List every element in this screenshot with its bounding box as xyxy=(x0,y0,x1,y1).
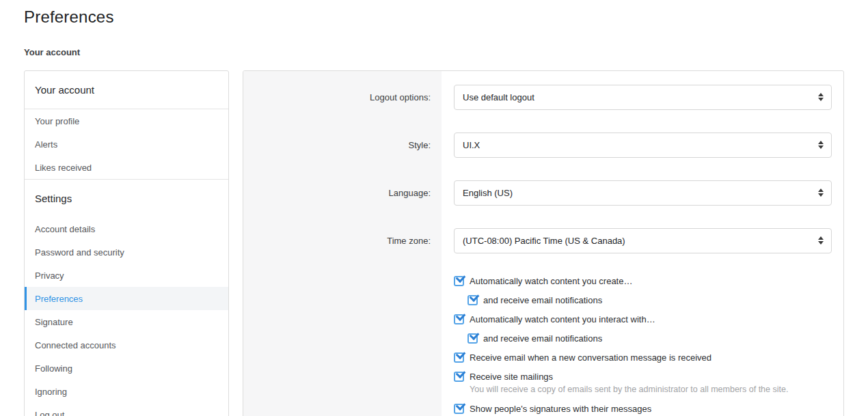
field-label: Time zone: xyxy=(243,236,442,246)
checkbox-row-automatically-watch-content-you-interact-with[interactable]: Automatically watch content you interact… xyxy=(454,312,832,326)
checkbox-label: Receive site mailings xyxy=(470,372,553,382)
sidebar-item-preferences[interactable]: Preferences xyxy=(25,287,228,310)
checkbox-item: and receive email notifications xyxy=(454,329,832,348)
checkbox-hint: You will receive a copy of emails sent b… xyxy=(470,385,832,395)
checkbox-row-receive-email-when-a-new-conversation-message-is-received[interactable]: Receive email when a new conversation me… xyxy=(454,350,832,364)
checked-checkbox-icon[interactable] xyxy=(467,295,478,305)
sidebar-item-your-profile[interactable]: Your profile xyxy=(25,109,228,133)
sidebar-item-following[interactable]: Following xyxy=(25,357,228,380)
sidebar-section: Your account Your profileAlertsLikes rec… xyxy=(25,71,228,179)
checkbox-item: Show people's signatures with their mess… xyxy=(454,399,832,416)
checkbox-row-and-receive-email-notifications[interactable]: and receive email notifications xyxy=(467,331,832,345)
checkbox-label: and receive email notifications xyxy=(483,295,602,305)
select-selected-value: UI.X xyxy=(463,140,480,150)
field-control: UI.X xyxy=(442,133,843,158)
checkbox-group: Automatically watch content you create… … xyxy=(442,271,843,416)
sidebar-item-list: Account detailsPassword and securityPriv… xyxy=(25,217,228,416)
checkbox-row-show-people-s-signatures-with-their-messages[interactable]: Show people's signatures with their mess… xyxy=(454,402,832,415)
field-label: Language: xyxy=(243,188,442,198)
field-control: English (US) xyxy=(442,180,843,206)
checkbox-label: Receive email when a new conversation me… xyxy=(470,352,711,363)
checked-checkbox-icon[interactable] xyxy=(454,404,464,414)
select-arrows-icon xyxy=(818,236,824,245)
checkbox-row-and-receive-email-notifications[interactable]: and receive email notifications xyxy=(467,293,832,307)
checkbox-item: and receive email notifications xyxy=(454,290,832,309)
select-selected-value: English (US) xyxy=(463,188,513,198)
preferences-form: Logout options: Use default logout Style… xyxy=(243,71,843,416)
page-title: Preferences xyxy=(24,0,844,27)
checkbox-label: Automatically watch content you create… xyxy=(470,276,632,286)
checked-checkbox-icon[interactable] xyxy=(454,372,464,382)
checked-checkbox-icon[interactable] xyxy=(467,333,478,344)
sidebar-item-alerts[interactable]: Alerts xyxy=(25,133,228,156)
form-row: Language: English (US) xyxy=(243,169,843,217)
checkbox-item: Automatically watch content you interact… xyxy=(454,309,832,329)
sidebar-item-password-and-security[interactable]: Password and security xyxy=(25,240,228,264)
form-row: Style: UI.X xyxy=(243,121,843,169)
checked-checkbox-icon[interactable] xyxy=(454,314,464,324)
select-language[interactable]: English (US) xyxy=(454,180,832,206)
checkbox-label: Show people's signatures with their mess… xyxy=(470,404,651,414)
sidebar-item-signature[interactable]: Signature xyxy=(25,310,228,333)
checkbox-item: Receive email when a new conversation me… xyxy=(454,348,832,367)
content-area: Your account Your profileAlertsLikes rec… xyxy=(24,70,844,416)
field-label: Logout options: xyxy=(243,92,442,102)
checkbox-label: and receive email notifications xyxy=(483,333,602,344)
checkbox-label: Automatically watch content you interact… xyxy=(470,314,655,324)
checkbox-item: Automatically watch content you create… xyxy=(454,271,832,290)
checkbox-group-row: Automatically watch content you create… … xyxy=(243,264,843,416)
select-arrows-icon xyxy=(818,93,824,101)
sidebar-item-privacy[interactable]: Privacy xyxy=(25,264,228,287)
select-time-zone[interactable]: (UTC-08:00) Pacific Time (US & Canada) xyxy=(454,228,832,253)
sidebar-item-connected-accounts[interactable]: Connected accounts xyxy=(25,333,228,357)
form-row: Time zone: (UTC-08:00) Pacific Time (US … xyxy=(243,217,843,264)
sidebar-section-header: Your account xyxy=(25,71,228,109)
preferences-page: Preferences Your account Your account Yo… xyxy=(0,0,868,416)
checked-checkbox-icon[interactable] xyxy=(454,352,464,363)
sidebar-item-ignoring[interactable]: Ignoring xyxy=(25,380,228,403)
select-arrows-icon xyxy=(818,141,824,149)
select-style[interactable]: UI.X xyxy=(454,133,832,158)
select-selected-value: (UTC-08:00) Pacific Time (US & Canada) xyxy=(463,236,625,246)
settings-sidebar: Your account Your profileAlertsLikes rec… xyxy=(24,70,229,416)
checkbox-row-automatically-watch-content-you-create[interactable]: Automatically watch content you create… xyxy=(454,274,832,288)
sidebar-item-account-details[interactable]: Account details xyxy=(25,217,228,240)
sidebar-section-header: Settings xyxy=(25,180,228,217)
field-control: (UTC-08:00) Pacific Time (US & Canada) xyxy=(442,228,843,253)
select-selected-value: Use default logout xyxy=(463,92,534,102)
sidebar-item-likes-received[interactable]: Likes received xyxy=(25,156,228,179)
sidebar-item-list: Your profileAlertsLikes received xyxy=(25,109,228,179)
sidebar-section: Settings Account detailsPassword and sec… xyxy=(25,179,228,416)
preferences-form-panel: Logout options: Use default logout Style… xyxy=(243,70,844,416)
sidebar-item-log-out[interactable]: Log out xyxy=(25,403,228,416)
checkbox-item: Receive site mailings You will receive a… xyxy=(454,367,832,399)
form-row: Logout options: Use default logout xyxy=(243,73,843,121)
checkbox-row-receive-site-mailings[interactable]: Receive site mailings xyxy=(454,370,832,383)
field-control: Use default logout xyxy=(442,85,843,110)
field-label: Style: xyxy=(243,140,442,150)
checked-checkbox-icon[interactable] xyxy=(454,276,464,286)
select-logout-options[interactable]: Use default logout xyxy=(454,85,832,110)
breadcrumb: Your account xyxy=(24,47,844,57)
select-arrows-icon xyxy=(818,189,824,197)
